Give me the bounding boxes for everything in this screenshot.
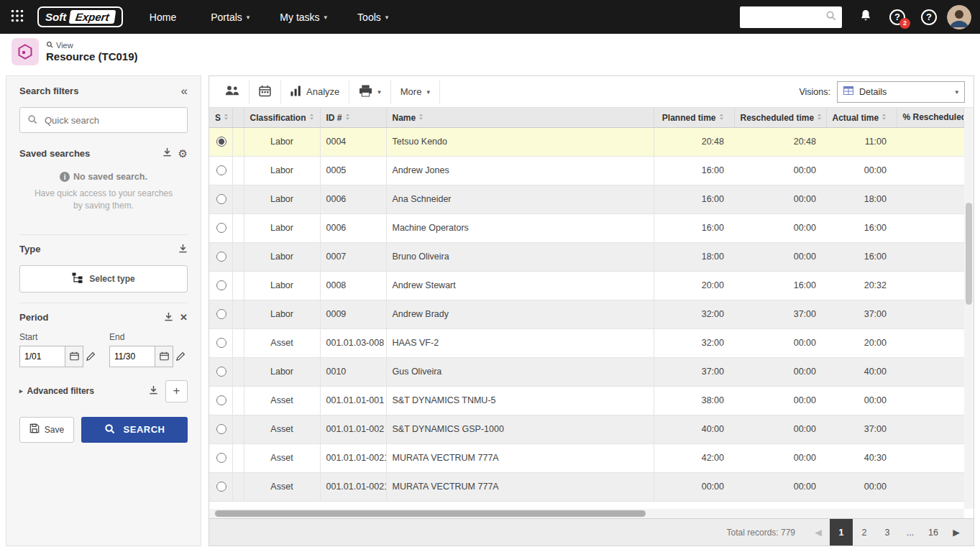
column-header-pct-rescheduled[interactable]: % Rescheduled	[897, 108, 964, 127]
page-button[interactable]: 1	[830, 519, 853, 546]
row-select-radio[interactable]	[216, 252, 226, 262]
app-grid-button[interactable]	[0, 0, 35, 34]
visions-label: Visions:	[799, 87, 830, 97]
page-button[interactable]: ...	[899, 519, 922, 546]
row-select-radio[interactable]	[216, 395, 226, 405]
search-button[interactable]: SEARCH	[81, 417, 188, 443]
horizontal-scrollbar-thumb[interactable]	[215, 510, 646, 517]
results-table: S Classification ID # Name Planned time …	[209, 108, 964, 502]
start-date-input[interactable]	[19, 346, 65, 367]
select-cell	[209, 328, 232, 357]
row-select-radio[interactable]	[216, 367, 226, 377]
planned-time-cell: 40:00	[654, 415, 734, 443]
row-select-radio[interactable]	[216, 223, 226, 233]
select-type-button[interactable]: Select type	[19, 265, 188, 293]
download-icon[interactable]	[178, 244, 188, 255]
column-header-id[interactable]: ID #	[320, 108, 386, 127]
rescheduled-time-cell: 00:00	[734, 185, 826, 213]
clear-period-icon[interactable]: ✕	[180, 312, 188, 323]
add-filter-button[interactable]: +	[165, 380, 188, 402]
table-row[interactable]: Asset 001.01.03-008 HAAS VF-2 32:00 00:0…	[209, 328, 964, 357]
gear-icon[interactable]: ⚙	[178, 148, 188, 159]
column-header-planned-time[interactable]: Planned time	[654, 108, 734, 127]
end-date-input[interactable]	[109, 346, 155, 367]
horizontal-scrollbar[interactable]	[209, 509, 964, 518]
association-button[interactable]	[215, 80, 249, 104]
pct-rescheduled-cell	[897, 271, 964, 300]
download-icon[interactable]	[149, 385, 158, 397]
collapse-sidebar-button[interactable]: «	[181, 85, 188, 97]
row-select-radio[interactable]	[216, 338, 226, 348]
table-row[interactable]: Labor 0010 Gus Oliveira 37:00 00:00 40:0…	[209, 357, 964, 386]
table-row[interactable]: Labor 0004 Tetsuo Kendo 20:48 20:48 11:0…	[209, 127, 964, 156]
nav-item[interactable]: Portals ▾	[196, 0, 265, 34]
column-header-select[interactable]: S	[209, 108, 232, 127]
download-icon[interactable]	[164, 312, 173, 323]
sort-icon	[224, 112, 229, 122]
column-header-name[interactable]: Name	[386, 108, 654, 127]
download-icon[interactable]	[162, 147, 172, 159]
table-row[interactable]: Asset 001.01.01-0021 MURATA VECTRUM 777A…	[209, 443, 964, 472]
table-row[interactable]: Asset 001.01.01-0021 MURATA VECTRUM 777A…	[209, 472, 964, 501]
column-header-rescheduled-time[interactable]: Rescheduled time	[734, 108, 826, 127]
page-button[interactable]: 2	[853, 519, 876, 546]
select-cell	[209, 415, 232, 443]
table-row[interactable]: Labor 0008 Andrew Stewart 20:00 16:00 20…	[209, 271, 964, 300]
table-row[interactable]: Labor 0006 Ana Schneider 16:00 00:00 18:…	[209, 185, 964, 213]
save-button[interactable]: Save	[19, 417, 74, 443]
row-select-radio[interactable]	[216, 165, 226, 175]
row-select-radio[interactable]	[216, 309, 226, 319]
user-avatar[interactable]	[947, 5, 971, 29]
vertical-scrollbar-thumb[interactable]	[966, 203, 972, 305]
visions-select[interactable]: Details ▾	[837, 81, 965, 103]
page-button[interactable]: 3	[876, 519, 899, 546]
table-row[interactable]: Labor 0007 Bruno Oliveira 18:00 00:00 16…	[209, 242, 964, 271]
classification-cell: Asset	[244, 472, 320, 501]
name-cell: Machine Operators	[386, 213, 654, 242]
calendar-view-button[interactable]	[249, 80, 281, 104]
help-button[interactable]: ?	[915, 4, 943, 31]
vertical-scrollbar[interactable]	[964, 108, 974, 509]
global-search-input[interactable]	[746, 11, 825, 23]
analyze-button[interactable]: Analyze	[281, 80, 349, 104]
softexpert-logo[interactable]: Soft Expert	[37, 6, 123, 27]
nav-item[interactable]: Tools ▾	[342, 0, 403, 34]
eraser-icon[interactable]	[83, 346, 98, 367]
table-row[interactable]: Labor 0006 Machine Operators 16:00 00:00…	[209, 213, 964, 242]
sort-icon	[881, 112, 887, 122]
page-button[interactable]: 16	[922, 519, 945, 546]
id-cell: 0005	[320, 156, 386, 185]
nav-item[interactable]: Home	[134, 0, 196, 34]
row-select-radio[interactable]	[216, 280, 226, 290]
calendar-icon[interactable]	[65, 346, 83, 367]
planned-time-cell: 32:00	[654, 300, 734, 328]
id-cell: 001.01.01-0021	[320, 472, 386, 501]
table-row[interactable]: Asset 001.01.01-001 S&T DYNAMICS TNMU-5 …	[209, 386, 964, 415]
notifications-button[interactable]	[852, 4, 879, 31]
calendar-icon[interactable]	[155, 346, 173, 367]
eraser-icon[interactable]	[173, 346, 188, 367]
planned-time-cell: 38:00	[654, 386, 734, 415]
rescheduled-time-cell: 00:00	[734, 443, 826, 472]
more-button[interactable]: More ▾	[391, 80, 440, 104]
column-header-classification[interactable]: Classification	[244, 108, 320, 127]
print-button[interactable]: ▾	[349, 80, 391, 104]
advanced-filters-toggle[interactable]: ▸ Advanced filters	[19, 386, 142, 396]
sort-icon	[345, 112, 350, 122]
page-button[interactable]: ▶	[945, 519, 968, 546]
classification-cell: Labor	[244, 213, 320, 242]
row-select-radio[interactable]	[216, 194, 226, 204]
nav-item[interactable]: My tasks ▾	[265, 0, 342, 34]
row-select-radio[interactable]	[216, 424, 226, 434]
name-cell: MURATA VECTRUM 777A	[386, 443, 654, 472]
table-row[interactable]: Labor 0009 Andrew Brady 32:00 37:00 37:0…	[209, 300, 964, 328]
row-select-radio[interactable]	[216, 482, 226, 492]
table-row[interactable]: Labor 0005 Andrew Jones 16:00 00:00 00:0…	[209, 156, 964, 185]
row-select-radio[interactable]	[216, 137, 226, 147]
row-select-radio[interactable]	[216, 453, 226, 463]
column-header-actual-time[interactable]: Actual time	[826, 108, 897, 127]
table-row[interactable]: Asset 001.01.01-002 S&T DYNAMICS GSP-100…	[209, 415, 964, 443]
support-button[interactable]: ? 2	[884, 4, 911, 31]
quick-search-input[interactable]	[43, 114, 180, 126]
page-button[interactable]: ◀	[807, 519, 830, 546]
